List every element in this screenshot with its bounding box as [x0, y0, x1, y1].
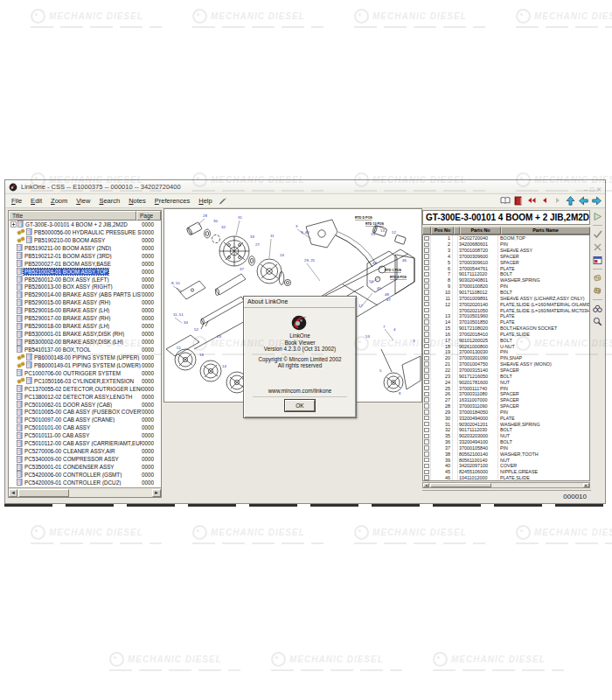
prev-page-icon[interactable] — [539, 195, 550, 206]
row-checkbox[interactable] — [423, 295, 431, 301]
diagram-callout[interactable]: 47 — [386, 298, 391, 302]
table-row[interactable]: 1337010501960PLATE — [423, 313, 589, 319]
row-checkbox[interactable] — [423, 242, 431, 248]
diagram-callout[interactable]: 7 — [383, 325, 386, 329]
tree-item[interactable]: PC1000706-00 OUTRIGGER SYSTEM0000 — [9, 369, 161, 377]
table-row[interactable]: 134202720040BOOM,TOP — [423, 235, 589, 242]
tree-item[interactable]: PC5350001-01 CONDENSER ASSY0000 — [9, 463, 161, 471]
hotspot-up-icon[interactable] — [592, 272, 603, 284]
row-checkbox[interactable] — [423, 332, 431, 338]
table-row[interactable]: 1937000130030PIN — [423, 349, 589, 355]
tree-item[interactable]: PC1380012-02 DETECTOR ASSY,LENGTH0000 — [9, 393, 161, 401]
tree-item[interactable]: PB5190212-01 BOOM ASSY (3RD)0000 — [9, 252, 161, 260]
column-checkbox[interactable] — [422, 227, 431, 234]
tree-item[interactable]: PC5010101-00 CAB ASSY0000 — [9, 424, 161, 431]
table-row[interactable]: 1637002018410PLATE,SLIDE — [423, 332, 589, 338]
row-checkbox[interactable] — [423, 361, 431, 368]
diagram-callout[interactable]: 52 — [194, 327, 198, 332]
row-checkbox[interactable] — [423, 457, 431, 463]
row-checkbox[interactable] — [423, 421, 431, 427]
diagram-callout[interactable]: 30 — [213, 219, 218, 223]
row-checkbox[interactable] — [423, 290, 431, 296]
row-checkbox[interactable] — [423, 337, 431, 343]
first-page-icon[interactable] — [525, 195, 537, 206]
row-checkbox[interactable] — [423, 301, 431, 307]
tree-item[interactable]: PB5000056-00 HYDRAULIC PRESSURE SYST...0… — [9, 228, 161, 236]
row-checkbox[interactable] — [423, 415, 431, 421]
tree-item-label[interactable]: PB5190210-00 BOOM ASSY — [33, 237, 106, 243]
column-pos-no[interactable]: Pos No — [431, 227, 454, 234]
menu-preferences[interactable]: Preferences — [150, 195, 194, 206]
row-checkbox[interactable] — [423, 259, 431, 265]
table-row[interactable]: 537000309610SPACER — [423, 259, 589, 265]
table-row[interactable]: 1890261000800U-NUT — [423, 343, 589, 349]
diagram-callout[interactable]: 14 — [222, 364, 226, 368]
row-checkbox[interactable] — [423, 254, 431, 260]
hotspot-down-icon[interactable] — [592, 285, 603, 297]
row-checkbox[interactable] — [423, 451, 431, 457]
diagram-callout[interactable]: 11, 51 — [173, 312, 184, 317]
diagram-callout[interactable]: 3 — [413, 339, 415, 343]
diagram-callout[interactable]: 11 — [270, 234, 275, 238]
minimize-button[interactable]: – — [584, 186, 588, 192]
diagram-callout[interactable]: 29, 25 — [304, 258, 316, 262]
tree-item-label[interactable]: PC5270006-00 CLEANER ASSY,AIR — [24, 448, 116, 454]
row-checkbox[interactable] — [423, 397, 431, 403]
table-row[interactable]: 1137001009891SHEAVE ASSY (LICHARZ,ASSY O… — [423, 295, 589, 301]
tree-item-label[interactable]: PC5350001-01 CONDENSER ASSY — [24, 464, 115, 470]
diagram-callout[interactable]: 8, 10 — [171, 281, 180, 285]
diagram-callout[interactable]: 15 — [371, 232, 375, 236]
row-checkbox[interactable] — [423, 235, 431, 242]
diagram-callout[interactable]: 24 — [280, 253, 284, 257]
tree-item-label[interactable]: PB5210024-01 BOOM ASSY,TOP — [24, 269, 108, 275]
row-checkbox[interactable] — [423, 433, 431, 439]
row-checkbox[interactable] — [423, 439, 431, 445]
zoom-magnifier-icon[interactable] — [592, 316, 603, 327]
diagram-callout[interactable]: 44 — [372, 261, 377, 265]
row-checkbox[interactable] — [423, 284, 431, 290]
tree-item-label[interactable]: PB5260012-00 BOX ASSY (LEFT) — [24, 276, 110, 283]
tree-item-label[interactable]: PC1370055-02 DETECTOR,OUTRIGGER LENGT... — [24, 386, 142, 392]
tree-item-label[interactable]: PC5010065-00 CAB ASSY (FUSEBOX COVER) — [24, 409, 142, 415]
menu-help[interactable]: Help — [194, 195, 216, 206]
table-row[interactable]: 337001008720SHEAVE ASSY — [423, 248, 589, 254]
mincom-url[interactable]: www.mincom.com/linkone — [253, 388, 347, 397]
diagram-callout[interactable]: 18 — [199, 353, 204, 357]
back-book-icon[interactable] — [578, 195, 589, 206]
scroll-thumb[interactable] — [18, 489, 69, 497]
table-row[interactable]: 437000309600SPACER — [423, 254, 589, 260]
tree-item[interactable]: PB5190211-00 BOOM ASSY (2ND)0000 — [9, 244, 161, 252]
table-row[interactable]: 1237002020140PLATE,SLIDE (L=160/MATERIAL… — [423, 301, 589, 307]
tree-column-page[interactable]: Page — [136, 211, 161, 220]
tree-item-label[interactable]: PB5290014-00 BRAKE ASSY (ABS PARTS LIST) — [24, 291, 142, 298]
diagram-callout[interactable]: 13 — [380, 228, 385, 233]
tree-item[interactable]: PC5010111-00 CAB ASSY0000 — [9, 431, 161, 439]
table-row[interactable]: 1437010501850PLATE — [423, 319, 589, 326]
table-row[interactable]: 4582455106000NIPPLE,GREASE — [423, 469, 589, 475]
title-bar[interactable]: LinkOne - CSS -- E1000375 -- 000010 -- 3… — [5, 180, 605, 194]
tree-item[interactable]: PB6000148-00 PIPING SYSTEM (UPPER)0000 — [9, 354, 161, 361]
tree-item-label[interactable]: PB5200027-01 BOOM ASSY,BASE — [24, 261, 112, 267]
scroll-left-icon[interactable]: ◄ — [9, 489, 17, 497]
maximize-button[interactable]: □ — [590, 186, 594, 192]
clear-x-icon[interactable] — [592, 242, 603, 253]
tree-item-label[interactable]: PC5010097-00 CAB ASSY (CRANE) — [24, 416, 115, 423]
row-checkbox[interactable] — [423, 403, 431, 410]
tree-item[interactable]: PC5420009-01 CONTROLLER (DCU2)0000 — [9, 479, 161, 486]
tree-item-label[interactable]: PB6000149-01 PIPING SYSTEM (LOWER) — [33, 362, 142, 368]
tree-item-label[interactable]: PC5420009-01 CONTROLLER (DCU2) — [24, 480, 122, 486]
row-checkbox[interactable] — [423, 391, 431, 397]
table-row[interactable]: 3290171112030BOLT — [423, 427, 589, 433]
row-checkbox[interactable] — [423, 427, 431, 433]
diagram-callout[interactable]: 50 — [369, 279, 373, 284]
ok-button[interactable]: OK — [285, 400, 315, 411]
menu-edit[interactable]: Edit — [26, 195, 46, 206]
diagram-callout[interactable]: 48 — [385, 292, 389, 297]
tree-item[interactable]: PB5410137-00 BOX,TOOL0000 — [9, 346, 161, 354]
scroll-right-icon[interactable]: ► — [152, 489, 161, 497]
menu-file[interactable]: File — [7, 195, 26, 206]
row-checkbox[interactable] — [423, 265, 431, 271]
diagram-callout[interactable]: 4 — [393, 327, 396, 332]
table-row[interactable]: 4034202097100COVER — [423, 463, 589, 469]
forward-book-icon[interactable] — [591, 195, 602, 206]
